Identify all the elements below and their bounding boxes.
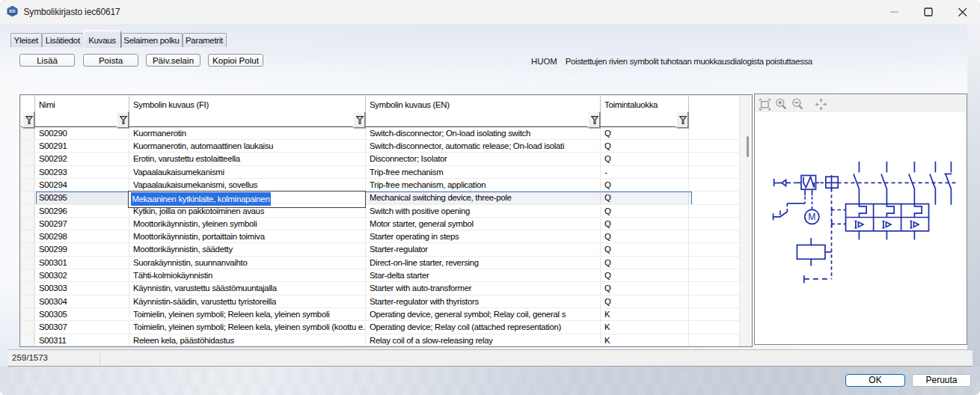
copy-paths-button[interactable]: Kopioi Polut <box>208 54 263 67</box>
cell-nimi: S00295 <box>39 192 127 204</box>
table-row[interactable]: S00291Kuormanerotin, automaattinen lauka… <box>21 140 739 153</box>
cell-nimi: S00302 <box>39 269 127 282</box>
cell-kuvaus-fi: Kuormanerotin <box>133 127 365 140</box>
cell-toimintaluokka: Q <box>604 153 664 165</box>
column-header[interactable]: Symbolin kuvaus (FI) <box>133 96 209 112</box>
delete-button[interactable]: Poista <box>83 54 138 67</box>
cell-kuvaus-en: Switch-disconnector, automatic release; … <box>370 140 600 153</box>
cell-toimintaluokka: - <box>604 166 664 179</box>
tab-kuvaus[interactable]: Kuvaus <box>84 31 121 48</box>
cell-nimi: S00299 <box>39 243 127 256</box>
cell-kuvaus-fi: Suorakäynnistin, suunnanvaihto <box>133 257 365 269</box>
cell-nimi: S00311 <box>39 334 127 346</box>
column-header[interactable]: Toimintaluokka <box>604 96 658 112</box>
minimize-icon <box>877 0 911 24</box>
cell-kuvaus-en: Starter with auto-transformer <box>370 282 600 295</box>
cell-toimintaluokka: Q <box>604 140 664 153</box>
cell-kuvaus-fi: Käynnistin-säädin, varustettu tyristorei… <box>133 296 365 308</box>
table-row[interactable]: S00305Toimielin, yleinen symboli; Releen… <box>21 308 739 321</box>
cell-kuvaus-fi: Erotin, varustettu estolaitteella <box>133 153 365 165</box>
maximize-button[interactable] <box>911 0 946 24</box>
cell-kuvaus-fi: Moottorikäynnistin, portaittain toimiva <box>133 230 365 243</box>
table-row[interactable]: S00294Vapaalaukaisumekanismi, sovellusTr… <box>21 179 739 192</box>
cell-nimi: S00304 <box>39 296 127 308</box>
cell-kuvaus-fi: Moottorikäynnistin, yleinen symboli <box>133 218 365 230</box>
cell-nimi: S00290 <box>39 127 127 140</box>
cell-kuvaus-en: Starter operating in steps <box>370 230 600 243</box>
update-browser-button[interactable]: Päiv.selain <box>146 54 200 67</box>
table-row[interactable]: S00290KuormanerotinSwitch-disconnector; … <box>21 127 739 140</box>
table-row[interactable]: S00299Moottorikäynnistin, säädettyStarte… <box>21 243 739 256</box>
cancel-button[interactable]: Peruuta <box>912 374 971 387</box>
cell-kuvaus-en: Motor starter, general symbol <box>370 218 600 230</box>
tab-selaimen-polku[interactable]: Selaimen polku <box>121 33 183 47</box>
svg-text:ED: ED <box>9 9 16 13</box>
close-icon <box>946 0 980 24</box>
cell-kuvaus-fi: Toimielin, yleinen symboli; Releen kela,… <box>133 308 365 321</box>
preview-toolbar <box>755 94 967 112</box>
tab-yleiset[interactable]: Yleiset <box>10 33 43 47</box>
filter-button[interactable] <box>676 111 688 128</box>
add-button[interactable]: Lisää <box>19 54 75 67</box>
ok-button[interactable]: OK <box>845 374 905 387</box>
cell-nimi: S00301 <box>39 257 127 269</box>
filter-button[interactable] <box>588 111 600 128</box>
zoom-fit-icon[interactable] <box>759 98 771 111</box>
cell-kuvaus-en: Starter-regulator with thyristors <box>370 296 600 308</box>
cell-nimi: S00294 <box>39 179 127 192</box>
table-row[interactable]: S00303Käynnistin, varustettu säästömuunt… <box>21 282 739 295</box>
table-row[interactable]: S00293VapaalaukaisumekanismiTrip-free me… <box>21 166 739 179</box>
cell-nimi: S00292 <box>39 153 127 165</box>
cell-kuvaus-en: Operating device; Relay coil (attached r… <box>370 321 600 334</box>
column-header[interactable]: Symbolin kuvaus (EN) <box>370 96 450 112</box>
cell-kuvaus-en: Operating device, general symbol; Relay … <box>370 308 600 321</box>
maximize-icon <box>911 0 946 24</box>
column-separator <box>365 96 366 127</box>
cell-kuvaus-en: Direct-on-line starter, reversing <box>370 257 600 269</box>
table-row[interactable]: S00311Releen kela, päästöhidastusRelay c… <box>21 334 739 346</box>
symbol-drawing: M <box>755 112 967 344</box>
table-row[interactable]: S00297Moottorikäynnistin, yleinen symbol… <box>21 218 739 230</box>
cell-kuvaus-fi: Vapaalaukaisumekanismi <box>133 166 365 179</box>
table-row[interactable]: S00307Toimielin, yleinen symboli; Releen… <box>21 321 739 334</box>
table-row[interactable]: S00301Suorakäynnistin, suunnanvaihtoDire… <box>21 257 739 269</box>
table-row[interactable]: S00302Tähti-kolmiokäynnistinStar-delta s… <box>21 269 739 282</box>
note-text: HUOMPoistettujen rivien symbolit tuhotaa… <box>531 57 812 66</box>
filter-funnel-icon <box>356 116 364 124</box>
tab-parametrit[interactable]: Parametrit <box>183 33 227 47</box>
cell-nimi: S00296 <box>39 205 127 218</box>
cell-toimintaluokka: Q <box>604 282 664 295</box>
table-rows: S00290KuormanerotinSwitch-disconnector; … <box>21 127 751 346</box>
zoom-out-icon[interactable] <box>791 98 804 111</box>
tab-lis-tiedot[interactable]: Lisätiedot <box>42 33 84 47</box>
footer-band <box>0 367 980 395</box>
table-row[interactable]: S00304Käynnistin-säädin, varustettu tyri… <box>21 296 739 308</box>
cell-kuvaus-en: Trip-free mechanism <box>370 166 600 179</box>
minimize-button[interactable] <box>877 0 911 24</box>
row-count: 259/1573 <box>12 353 48 362</box>
scrollbar-thumb[interactable] <box>747 136 749 157</box>
column-separator <box>129 96 129 127</box>
filter-button[interactable] <box>22 111 34 128</box>
svg-text:M: M <box>808 212 815 222</box>
cell-edit-input[interactable]: Mekaaninen kytkinlaite, kolminapainen <box>128 191 366 208</box>
symbol-table: NimiSymbolin kuvaus (FI)Symbolin kuvaus … <box>19 94 753 347</box>
filter-button[interactable] <box>117 111 129 128</box>
filter-funnel-icon <box>591 116 598 124</box>
zoom-in-icon[interactable] <box>775 98 788 111</box>
cell-kuvaus-fi: Moottorikäynnistin, säädetty <box>133 243 365 256</box>
column-header[interactable]: Nimi <box>39 96 55 112</box>
pan-icon[interactable] <box>815 98 827 111</box>
cell-kuvaus-fi: Käynnistin, varustettu säästömuuntajalla <box>133 282 365 295</box>
filter-button[interactable] <box>353 111 365 128</box>
cell-kuvaus-fi: Tähti-kolmiokäynnistin <box>133 269 365 282</box>
vertical-scrollbar[interactable] <box>739 96 750 346</box>
filter-funnel-icon <box>25 116 33 124</box>
cell-nimi: S00303 <box>39 282 127 295</box>
filter-funnel-icon <box>679 116 687 124</box>
cell-kuvaus-en: Disconnector; Isolator <box>370 153 600 165</box>
close-button[interactable] <box>946 0 980 24</box>
status-divider <box>99 350 100 366</box>
table-row[interactable]: S00292Erotin, varustettu estolaitteellaD… <box>21 153 739 165</box>
table-row[interactable]: S00298Moottorikäynnistin, portaittain to… <box>21 230 739 243</box>
